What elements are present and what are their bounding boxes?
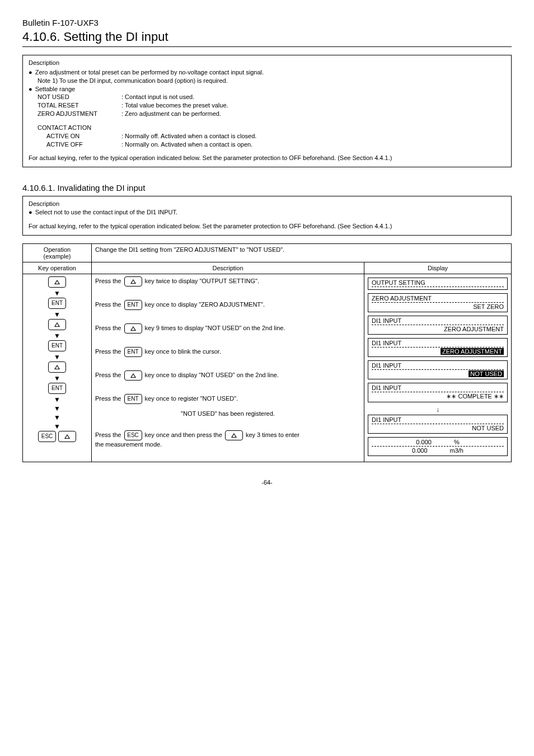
display-di1-notused-inv: DI1 INPUT NOT USED [368,360,508,379]
desc-header: Description [92,262,364,274]
range-not-used: NOT USED: Contact input is not used. [29,93,505,101]
step-final-desc: Press the ESC key once and then press th… [95,430,360,440]
flow-arrow-icon: ▼ [54,332,60,339]
display-zero-adjustment: ZERO ADJUSTMENT SET ZERO [368,293,508,312]
ent-key-icon: ENT [48,340,66,351]
flow-arrow-icon: ▼ [54,396,60,403]
change-text: Change the DI1 setting from "ZERO ADJUST… [92,243,512,262]
up-key-icon [124,370,142,381]
up-key-icon [225,430,243,440]
up-key-icon [48,361,66,373]
op-example-header: Operation (example) [23,243,92,262]
step-4-desc: Press the ENT key once to blink the curs… [95,347,360,357]
step-final-desc-2: the measurement mode. [95,440,360,449]
ent-key-icon: ENT [124,347,142,357]
flow-arrow-icon: ▼ [54,423,60,430]
sub-description-box: Description ● Select not to use the cont… [22,196,512,236]
flow-arrow-icon: ▼ [54,414,60,421]
ent-key-icon: ENT [48,383,66,394]
step-6-desc: Press the ENT key once to register "NOT … [95,394,360,404]
flow-arrow-icon: ▼ [54,311,60,318]
desc-bullet-1: ● Zero adjustment or total preset can be… [29,68,505,77]
flow-arrow-icon: ▼ [54,375,60,382]
flow-arrow-icon: ▼ [54,354,60,360]
settable-range-label: ● Settable range [29,85,505,93]
esc-key-icon: ESC [38,431,56,442]
key-op-header: Key operation [23,262,92,274]
sub-desc-footnote: For actual keying, refer to the typical … [29,222,505,231]
sub-desc-bullet: ● Select not to use the contact input of… [29,208,505,217]
ent-key-icon: ENT [124,394,142,404]
up-key-icon [58,431,76,442]
up-key-icon [124,323,142,334]
down-arrow-icon: ↓ [368,406,508,414]
description-box: Description ● Zero adjustment or total p… [22,55,512,167]
flow-arrow-icon: ▼ [54,290,60,297]
up-key-icon [48,276,66,288]
key-col: ▼ ENT ▼ ▼ ENT ▼ ▼ ENT ▼ ▼ ▼ ▼ ESC [23,274,92,462]
range-zero-adj: ZERO ADJUSTMENT: Zero adjustment can be … [29,110,505,118]
sub-desc-label: Description [29,200,505,208]
display-di1-notused: DI1 INPUT NOT USED [368,415,508,434]
display-di1-zero-inv: DI1 INPUT ZERO ADJUSTMENT [368,338,508,357]
disp-header: Display [364,262,512,274]
display-measurement: 0.000 % 0.000 m3/h [368,437,508,456]
step-1-desc: Press the key twice to display "OUTPUT S… [95,276,360,287]
desc-col: Press the key twice to display "OUTPUT S… [92,274,364,462]
up-key-icon [124,276,142,287]
operation-table: Operation (example) Change the DI1 setti… [22,243,512,462]
ent-key-icon: ENT [48,298,66,309]
section-title: 4.10.6. Setting the DI input [22,30,512,47]
registered-text: "NOT USED" has been registered. [95,410,360,418]
disp-col: OUTPUT SETTING ZERO ADJUSTMENT SET ZERO … [364,274,512,462]
contact-action-title: CONTACT ACTION [38,124,505,132]
contact-active-off: ACTIVE OFF: Normally on. Activated when … [38,140,505,149]
desc-note1: Note 1) To use the DI input, communicati… [38,77,505,85]
bulletin-header: Bulletin F-107-UXF3 [22,18,512,27]
contact-active-on: ACTIVE ON: Normally off. Activated when … [38,132,505,140]
ent-key-icon: ENT [124,300,142,310]
esc-key-icon: ESC [124,430,142,440]
step-3-desc: Press the key 9 times to display "NOT US… [95,323,360,334]
contact-action-block: CONTACT ACTION ACTIVE ON: Normally off. … [38,124,505,149]
subsection-title: 4.10.6.1. Invalidating the DI input [22,183,512,192]
up-key-icon [48,319,66,330]
flow-arrow-icon: ▼ [54,405,60,412]
step-2-desc: Press the ENT key once to display "ZERO … [95,300,360,310]
range-total-reset: TOTAL RESET: Total value becomes the pre… [29,101,505,110]
description-label: Description [29,59,505,67]
desc-footnote: For actual keying, refer to the typical … [29,154,505,162]
display-output-setting: OUTPUT SETTING [368,278,508,290]
display-di1-zero: DI1 INPUT ZERO ADJUSTMENT [368,316,508,335]
display-complete: DI1 INPUT ∗∗ COMPLETE ∗∗ [368,383,508,402]
step-5-desc: Press the key once to display "NOT USED"… [95,370,360,381]
page-number: -64- [22,479,512,486]
